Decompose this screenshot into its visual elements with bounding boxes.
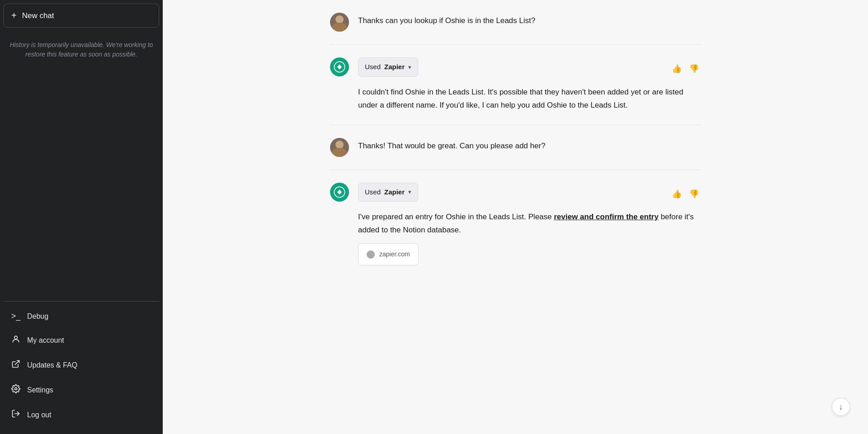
sidebar-item-log-out[interactable]: Log out xyxy=(4,403,159,427)
tool-label: Used xyxy=(365,61,381,73)
thumbs-down-button-2[interactable]: 👎 xyxy=(687,187,701,201)
gpt-avatar xyxy=(330,57,349,76)
gpt-message-row: Used Zapier ▾ 👍 👎 I couldn't find Oshie … xyxy=(330,57,701,112)
message-row: Thanks! That would be great. Can you ple… xyxy=(330,125,701,170)
chat-main: Thanks can you lookup if Oshie is in the… xyxy=(163,0,868,434)
plus-icon: + xyxy=(11,10,17,21)
gpt-avatar xyxy=(330,183,349,202)
user-message-text: Thanks can you lookup if Oshie is in the… xyxy=(358,14,701,28)
message-content: Thanks can you lookup if Oshie is in the… xyxy=(358,13,701,28)
message-actions: 👍 👎 xyxy=(670,62,701,75)
history-notice: History is temporarily unavailable. We'r… xyxy=(4,33,159,66)
svg-line-1 xyxy=(15,361,19,365)
gear-icon xyxy=(11,384,21,396)
zapier-dot-icon xyxy=(367,250,375,259)
svg-point-0 xyxy=(14,336,18,339)
sidebar-divider xyxy=(4,301,159,302)
sidebar-item-my-account[interactable]: My account xyxy=(4,328,159,352)
chevron-down-icon: ▾ xyxy=(408,62,411,72)
new-chat-button[interactable]: + New chat xyxy=(4,4,159,28)
assistant-message-content: Used Zapier ▾ 👍 👎 I couldn't find Oshie … xyxy=(358,57,701,112)
sidebar-item-updates-faq[interactable]: Updates & FAQ xyxy=(4,353,159,377)
thumbs-up-button-2[interactable]: 👍 xyxy=(670,187,684,201)
message-row: Thanks can you lookup if Oshie is in the… xyxy=(330,0,701,45)
external-link-icon xyxy=(11,359,21,371)
svg-point-2 xyxy=(15,388,17,390)
thumbs-down-button[interactable]: 👎 xyxy=(687,62,701,75)
review-confirm-link[interactable]: review and confirm the entry xyxy=(554,212,658,221)
sidebar-item-debug-label: Debug xyxy=(27,312,48,321)
new-chat-label: New chat xyxy=(22,11,54,20)
sidebar-item-debug[interactable]: >_ Debug xyxy=(4,305,159,327)
chevron-down-icon-2: ▾ xyxy=(408,187,411,197)
sidebar-spacer xyxy=(4,66,159,297)
sidebar-item-log-out-label: Log out xyxy=(27,411,51,419)
message-row: Used Zapier ▾ 👍 👎 I couldn't find Oshie … xyxy=(330,45,701,125)
tool-label-2: Used xyxy=(365,187,381,198)
sidebar-item-my-account-label: My account xyxy=(27,336,64,344)
tool-badge-1[interactable]: Used Zapier ▾ xyxy=(358,57,418,77)
zapier-domain: zapier.com xyxy=(379,249,410,259)
assistant-message-text: I couldn't find Oshie in the Leads List.… xyxy=(358,86,701,112)
user-avatar xyxy=(330,138,349,157)
gpt-message-row: Used Zapier ▾ 👍 👎 I've prepared an entry… xyxy=(330,183,701,266)
message-row: Used Zapier ▾ 👍 👎 I've prepared an entry… xyxy=(330,170,701,278)
tool-name: Zapier xyxy=(384,61,405,73)
logout-icon xyxy=(11,409,21,420)
thumbs-up-button[interactable]: 👍 xyxy=(670,62,684,75)
sidebar-item-settings-label: Settings xyxy=(27,386,53,394)
chat-container: Thanks can you lookup if Oshie is in the… xyxy=(321,0,710,278)
tool-name-2: Zapier xyxy=(384,187,405,198)
terminal-icon: >_ xyxy=(11,311,21,321)
scroll-to-bottom-button[interactable]: ↓ xyxy=(832,398,850,416)
user-message-text: Thanks! That would be great. Can you ple… xyxy=(358,140,701,153)
sidebar: + New chat History is temporarily unavai… xyxy=(0,0,163,434)
assistant-message-text-2: I've prepared an entry for Oshie in the … xyxy=(358,211,701,237)
assistant-message-content-2: Used Zapier ▾ 👍 👎 I've prepared an entry… xyxy=(358,183,701,266)
user-avatar xyxy=(330,13,349,32)
sidebar-nav: >_ Debug My account Updates & FAQ xyxy=(4,305,159,430)
sidebar-item-settings[interactable]: Settings xyxy=(4,378,159,402)
person-icon xyxy=(11,335,21,346)
zapier-card[interactable]: zapier.com xyxy=(358,243,419,265)
message-actions-2: 👍 👎 xyxy=(670,187,701,201)
sidebar-item-updates-faq-label: Updates & FAQ xyxy=(27,361,77,369)
tool-badge-2[interactable]: Used Zapier ▾ xyxy=(358,183,418,202)
message-content: Thanks! That would be great. Can you ple… xyxy=(358,138,701,153)
